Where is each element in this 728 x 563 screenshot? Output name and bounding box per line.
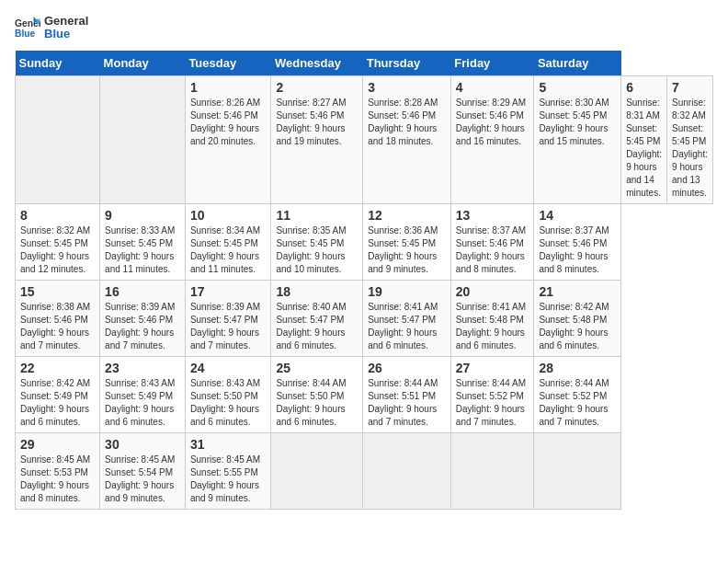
day-info: Sunrise: 8:43 AMSunset: 5:50 PMDaylight:…: [190, 378, 260, 427]
calendar-cell: [363, 432, 451, 509]
calendar-cell: 22Sunrise: 8:42 AMSunset: 5:49 PMDayligh…: [16, 356, 100, 432]
day-info: Sunrise: 8:45 AMSunset: 5:55 PMDaylight:…: [190, 454, 260, 503]
day-info: Sunrise: 8:44 AMSunset: 5:51 PMDaylight:…: [368, 378, 438, 427]
empty-cell: [100, 75, 186, 203]
calendar-cell: 4Sunrise: 8:29 AMSunset: 5:46 PMDaylight…: [450, 75, 534, 203]
day-number: 15: [20, 284, 95, 299]
day-number: 16: [105, 284, 180, 299]
day-number: 17: [190, 284, 267, 299]
weekday-header-friday: Friday: [450, 51, 534, 76]
weekday-header-monday: Monday: [100, 51, 186, 76]
day-info: Sunrise: 8:29 AMSunset: 5:46 PMDaylight:…: [456, 98, 526, 146]
calendar-cell: 1Sunrise: 8:26 AMSunset: 5:46 PMDaylight…: [185, 75, 271, 203]
day-info: Sunrise: 8:44 AMSunset: 5:50 PMDaylight:…: [276, 378, 346, 427]
day-number: 14: [539, 208, 616, 223]
day-number: 7: [672, 80, 708, 95]
day-number: 26: [368, 361, 446, 375]
day-info: Sunrise: 8:44 AMSunset: 5:52 PMDaylight:…: [456, 378, 526, 427]
day-number: 23: [105, 361, 180, 375]
calendar-cell: 21Sunrise: 8:42 AMSunset: 5:48 PMDayligh…: [534, 280, 621, 356]
day-info: Sunrise: 8:37 AMSunset: 5:46 PMDaylight:…: [539, 225, 609, 274]
day-number: 4: [456, 80, 529, 95]
calendar-cell: 2Sunrise: 8:27 AMSunset: 5:46 PMDaylight…: [271, 75, 363, 203]
calendar-cell: 8Sunrise: 8:32 AMSunset: 5:45 PMDaylight…: [16, 203, 100, 280]
calendar-cell: 18Sunrise: 8:40 AMSunset: 5:47 PMDayligh…: [271, 280, 363, 356]
logo-icon: General Blue: [15, 15, 40, 40]
calendar-cell: 10Sunrise: 8:34 AMSunset: 5:45 PMDayligh…: [185, 203, 271, 280]
day-number: 1: [190, 80, 267, 95]
day-info: Sunrise: 8:30 AMSunset: 5:45 PMDaylight:…: [539, 98, 609, 146]
calendar-cell: 31Sunrise: 8:45 AMSunset: 5:55 PMDayligh…: [185, 432, 271, 509]
calendar-cell: 20Sunrise: 8:41 AMSunset: 5:48 PMDayligh…: [450, 280, 534, 356]
day-number: 2: [276, 80, 358, 95]
day-info: Sunrise: 8:45 AMSunset: 5:54 PMDaylight:…: [105, 454, 175, 503]
calendar-row: 8Sunrise: 8:32 AMSunset: 5:45 PMDaylight…: [16, 203, 713, 280]
calendar-row: 22Sunrise: 8:42 AMSunset: 5:49 PMDayligh…: [16, 356, 713, 432]
day-number: 31: [190, 437, 267, 452]
calendar-cell: 11Sunrise: 8:35 AMSunset: 5:45 PMDayligh…: [271, 203, 363, 280]
calendar-cell: 9Sunrise: 8:33 AMSunset: 5:45 PMDaylight…: [100, 203, 186, 280]
day-number: 13: [456, 208, 529, 223]
day-info: Sunrise: 8:44 AMSunset: 5:52 PMDaylight:…: [539, 378, 609, 427]
empty-cell: [16, 75, 100, 203]
day-number: 11: [276, 208, 358, 223]
day-info: Sunrise: 8:43 AMSunset: 5:49 PMDaylight:…: [105, 378, 175, 427]
day-info: Sunrise: 8:26 AMSunset: 5:46 PMDaylight:…: [190, 98, 260, 146]
day-info: Sunrise: 8:41 AMSunset: 5:48 PMDaylight:…: [456, 302, 526, 350]
day-info: Sunrise: 8:28 AMSunset: 5:46 PMDaylight:…: [368, 98, 438, 146]
calendar-cell: 25Sunrise: 8:44 AMSunset: 5:50 PMDayligh…: [271, 356, 363, 432]
day-info: Sunrise: 8:37 AMSunset: 5:46 PMDaylight:…: [456, 225, 526, 274]
day-info: Sunrise: 8:27 AMSunset: 5:46 PMDaylight:…: [276, 98, 346, 146]
svg-text:Blue: Blue: [15, 29, 36, 40]
day-number: 10: [190, 208, 267, 223]
weekday-header-saturday: Saturday: [534, 51, 621, 76]
logo-line1: General: [44, 15, 88, 28]
day-number: 8: [20, 208, 95, 223]
calendar-table: SundayMondayTuesdayWednesdayThursdayFrid…: [15, 51, 713, 510]
day-number: 29: [20, 437, 95, 452]
day-number: 25: [276, 361, 358, 375]
logo-line2: Blue: [44, 28, 88, 40]
weekday-header-thursday: Thursday: [363, 51, 451, 76]
day-number: 6: [626, 80, 662, 95]
calendar-row: 15Sunrise: 8:38 AMSunset: 5:46 PMDayligh…: [16, 280, 713, 356]
calendar-cell: 27Sunrise: 8:44 AMSunset: 5:52 PMDayligh…: [450, 356, 534, 432]
page-header: General Blue General Blue: [15, 15, 713, 41]
day-info: Sunrise: 8:31 AMSunset: 5:45 PMDaylight:…: [626, 98, 662, 198]
day-info: Sunrise: 8:45 AMSunset: 5:53 PMDaylight:…: [20, 454, 90, 503]
day-info: Sunrise: 8:32 AMSunset: 5:45 PMDaylight:…: [672, 98, 708, 198]
day-info: Sunrise: 8:32 AMSunset: 5:45 PMDaylight:…: [20, 225, 90, 274]
calendar-cell: 7Sunrise: 8:32 AMSunset: 5:45 PMDaylight…: [667, 75, 713, 203]
day-number: 18: [276, 284, 358, 299]
calendar-row: 1Sunrise: 8:26 AMSunset: 5:46 PMDaylight…: [16, 75, 713, 203]
day-info: Sunrise: 8:35 AMSunset: 5:45 PMDaylight:…: [276, 225, 346, 274]
day-info: Sunrise: 8:41 AMSunset: 5:47 PMDaylight:…: [368, 302, 438, 350]
calendar-cell: 6Sunrise: 8:31 AMSunset: 5:45 PMDaylight…: [621, 75, 667, 203]
weekday-header-row: SundayMondayTuesdayWednesdayThursdayFrid…: [16, 51, 713, 76]
calendar-cell: 23Sunrise: 8:43 AMSunset: 5:49 PMDayligh…: [100, 356, 186, 432]
weekday-header-sunday: Sunday: [16, 51, 100, 76]
day-number: 3: [368, 80, 446, 95]
calendar-cell: 29Sunrise: 8:45 AMSunset: 5:53 PMDayligh…: [16, 432, 100, 509]
day-info: Sunrise: 8:36 AMSunset: 5:45 PMDaylight:…: [368, 225, 438, 274]
day-number: 5: [539, 80, 616, 95]
calendar-cell: 26Sunrise: 8:44 AMSunset: 5:51 PMDayligh…: [363, 356, 451, 432]
calendar-cell: [271, 432, 363, 509]
weekday-header-tuesday: Tuesday: [185, 51, 271, 76]
calendar-cell: 5Sunrise: 8:30 AMSunset: 5:45 PMDaylight…: [534, 75, 621, 203]
day-number: 30: [105, 437, 180, 452]
day-info: Sunrise: 8:42 AMSunset: 5:49 PMDaylight:…: [20, 378, 90, 427]
day-number: 19: [368, 284, 446, 299]
day-number: 12: [368, 208, 446, 223]
day-number: 20: [456, 284, 529, 299]
day-number: 9: [105, 208, 180, 223]
calendar-cell: 15Sunrise: 8:38 AMSunset: 5:46 PMDayligh…: [16, 280, 100, 356]
calendar-cell: 28Sunrise: 8:44 AMSunset: 5:52 PMDayligh…: [534, 356, 621, 432]
day-number: 27: [456, 361, 529, 375]
calendar-cell: 13Sunrise: 8:37 AMSunset: 5:46 PMDayligh…: [450, 203, 534, 280]
calendar-cell: 30Sunrise: 8:45 AMSunset: 5:54 PMDayligh…: [100, 432, 186, 509]
calendar-cell: 17Sunrise: 8:39 AMSunset: 5:47 PMDayligh…: [185, 280, 271, 356]
day-number: 22: [20, 361, 95, 375]
day-info: Sunrise: 8:34 AMSunset: 5:45 PMDaylight:…: [190, 225, 260, 274]
calendar-cell: [534, 432, 621, 509]
